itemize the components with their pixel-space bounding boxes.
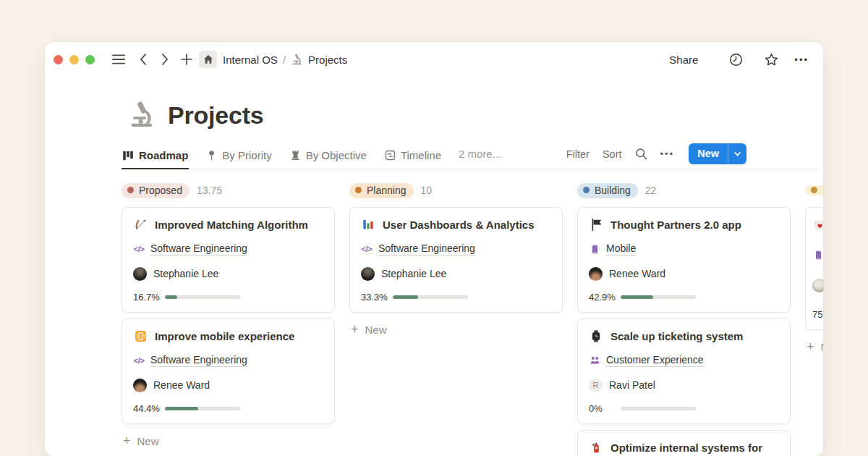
- people-icon: [589, 355, 600, 366]
- microscope-icon: [291, 54, 303, 66]
- progress: 75%: [812, 309, 823, 320]
- relation-tag[interactable]: Customer Experience: [606, 354, 704, 367]
- breadcrumb-workspace[interactable]: Internal OS: [223, 54, 278, 66]
- status-dot: [583, 187, 590, 193]
- sidebar-toggle-icon[interactable]: [109, 50, 128, 69]
- progress: 33.3%: [361, 292, 551, 303]
- love-letter-icon: [812, 217, 823, 232]
- vibration-phone-icon: [133, 329, 148, 343]
- zoom-window-button[interactable]: [85, 55, 95, 64]
- mobile-icon: [812, 250, 823, 261]
- relation-tag[interactable]: Mobile: [606, 242, 636, 256]
- new-page-icon[interactable]: [177, 50, 196, 69]
- page-header: Projects: [127, 96, 823, 135]
- status-pill[interactable]: [805, 185, 823, 195]
- column-building: Building 22 Thought Partners 2.0 app: [577, 182, 791, 456]
- favorite-star-icon[interactable]: [762, 50, 780, 69]
- view-options-icon[interactable]: •••: [660, 148, 675, 159]
- breadcrumb-separator: /: [283, 54, 286, 66]
- sort-button[interactable]: Sort: [603, 148, 622, 160]
- new-button[interactable]: New: [689, 143, 746, 164]
- project-card[interactable]: Thought Partners 2.0 app Mobile Renee Wa…: [577, 207, 791, 313]
- add-card-button[interactable]: + New: [805, 340, 823, 353]
- bow-and-arrow-icon: [133, 217, 148, 232]
- timeline-icon: [385, 150, 396, 161]
- watch-icon: [589, 329, 603, 343]
- add-card-button[interactable]: + New: [122, 434, 335, 447]
- plus-icon: +: [123, 434, 131, 447]
- progress: 0%: [589, 403, 779, 414]
- project-card[interactable]: Optimize internal systems for: [577, 430, 791, 456]
- rook-icon: [290, 150, 301, 161]
- column-count: 22: [645, 185, 657, 196]
- relation-tag[interactable]: Software Engineering: [150, 354, 247, 367]
- kanban-board: Proposed 13.75 Improved Matching Algorit…: [122, 182, 823, 456]
- column-planning: Planning 10 User Dashboards & Analytics …: [349, 182, 563, 456]
- close-window-button[interactable]: [54, 55, 63, 64]
- plus-icon: +: [807, 340, 814, 353]
- black-flag-icon: [589, 217, 603, 232]
- project-card[interactable]: Scale up ticketing system Customer Exper…: [577, 318, 791, 424]
- tab-by-objective[interactable]: By Objective: [289, 143, 367, 169]
- nav-forward-icon[interactable]: [156, 50, 174, 69]
- search-icon[interactable]: [635, 148, 647, 160]
- status-dot: [811, 187, 817, 193]
- avatar: [361, 267, 375, 281]
- minimize-window-button[interactable]: [69, 55, 79, 64]
- board-view-icon: [122, 150, 134, 161]
- pin-icon: [206, 150, 217, 161]
- nav-back-icon[interactable]: [134, 50, 153, 69]
- mobile-icon: [589, 244, 600, 255]
- more-options-icon[interactable]: •••: [794, 54, 809, 65]
- fire-extinguisher-icon: [589, 440, 603, 455]
- page-microscope-icon[interactable]: [127, 101, 156, 130]
- tab-by-priority[interactable]: By Priority: [205, 143, 272, 169]
- avatar: [589, 267, 603, 281]
- project-card[interactable]: User Dashboards & Analytics </> Software…: [349, 207, 563, 313]
- progress: 42.9%: [589, 292, 779, 303]
- column-count: 10: [421, 185, 433, 196]
- status-pill[interactable]: Building: [577, 183, 638, 198]
- avatar: [133, 379, 147, 392]
- status-dot: [127, 187, 134, 193]
- plus-icon: +: [351, 323, 359, 336]
- status-pill[interactable]: Proposed: [122, 183, 190, 198]
- assignee: R Ravi Patel: [589, 379, 779, 392]
- avatar-initial: R: [589, 379, 603, 392]
- page-title[interactable]: Projects: [168, 101, 264, 130]
- tab-roadmap[interactable]: Roadmap: [122, 143, 189, 169]
- progress: 16.7%: [133, 292, 323, 303]
- assignee: Stephanie Lee: [361, 267, 551, 281]
- chevron-down-icon[interactable]: [728, 143, 746, 164]
- share-button[interactable]: Share: [669, 54, 698, 66]
- assignee: Renee Ward: [133, 379, 323, 392]
- column-count: 13.75: [197, 185, 222, 196]
- column-proposed: Proposed 13.75 Improved Matching Algorit…: [122, 182, 335, 456]
- window-top-bar: Internal OS / Projects Share •••: [45, 42, 823, 77]
- code-icon: </>: [361, 245, 373, 253]
- project-card[interactable]: Mobile 75%: [805, 207, 823, 330]
- tabs-overflow[interactable]: 2 more...: [459, 148, 501, 169]
- progress: 44.4%: [133, 403, 323, 414]
- filter-button[interactable]: Filter: [566, 148, 590, 160]
- updates-clock-icon[interactable]: [726, 50, 745, 69]
- home-icon[interactable]: [199, 51, 217, 68]
- topbar-actions: Share •••: [669, 50, 809, 69]
- code-icon: </>: [133, 245, 145, 253]
- add-card-button[interactable]: + New: [349, 323, 563, 336]
- status-pill[interactable]: Planning: [349, 183, 414, 198]
- code-icon: </>: [133, 356, 145, 365]
- breadcrumb-page[interactable]: Projects: [308, 54, 347, 66]
- relation-tag[interactable]: Software Engineering: [378, 242, 475, 256]
- assignee: Renee Ward: [589, 267, 779, 281]
- project-card[interactable]: Improve mobile experience </> Software E…: [122, 318, 335, 424]
- project-card[interactable]: Improved Matching Algorithm </> Software…: [122, 207, 335, 313]
- assignee: Stephanie Lee: [133, 267, 323, 281]
- status-dot: [355, 187, 362, 193]
- relation-tag[interactable]: Software Engineering: [150, 242, 247, 256]
- window-controls: [54, 55, 95, 64]
- avatar: [812, 279, 823, 292]
- assignee: [812, 279, 823, 292]
- notion-window: Internal OS / Projects Share ••• Project…: [45, 42, 823, 456]
- tab-timeline[interactable]: Timeline: [384, 143, 442, 169]
